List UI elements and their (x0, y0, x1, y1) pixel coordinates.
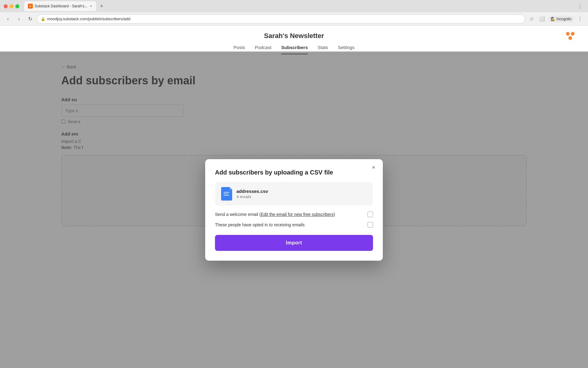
site-title: Sarah's Newsletter (264, 32, 324, 40)
new-tab-button[interactable]: + (97, 2, 106, 11)
close-window-button[interactable] (4, 4, 8, 8)
file-name: addresses.csv (236, 189, 268, 194)
file-preview: addresses.csv 4 emails (215, 182, 373, 205)
minimize-window-button[interactable] (9, 4, 13, 8)
file-meta: 4 emails (236, 194, 268, 199)
bookmark-button[interactable]: ☆ (527, 15, 536, 23)
page-content: Sarah's Newsletter Posts Podcast Subscri… (0, 26, 588, 368)
file-info: addresses.csv 4 emails (236, 189, 268, 199)
browser-menu-button[interactable]: ⋮ (576, 2, 584, 10)
welcome-email-label: Send a welcome email (Edit the email for… (215, 212, 335, 217)
svg-point-0 (566, 32, 570, 36)
svg-rect-4 (224, 192, 230, 193)
incognito-label: Incognito (556, 17, 571, 21)
svg-point-1 (571, 32, 575, 36)
url-text: moodjoy.substack.com/publish/subscribers… (47, 17, 130, 21)
browser-toolbar: ‹ › ↻ 🔒 moodjoy.substack.com/publish/sub… (0, 12, 588, 26)
cast-button[interactable]: ⬜ (538, 15, 546, 23)
svg-rect-5 (224, 194, 228, 194)
reload-button[interactable]: ↻ (26, 15, 34, 23)
tab-favicon: S (28, 4, 33, 9)
back-button[interactable]: ‹ (4, 15, 12, 23)
tab-bar: S Substack Dashboard - Sarah's... × + (24, 1, 573, 11)
tab-close-button[interactable]: × (89, 3, 92, 9)
modal-backdrop: × Add subscribers by uploading a CSV fil… (0, 52, 588, 368)
modal-title: Add subscribers by uploading a CSV file (215, 169, 373, 176)
incognito-badge: 🕵 Incognito (548, 16, 574, 22)
browser-titlebar: S Substack Dashboard - Sarah's... × + ⋮ (0, 0, 588, 12)
maximize-window-button[interactable] (15, 4, 19, 8)
traffic-lights (4, 4, 19, 8)
welcome-email-option: Send a welcome email (Edit the email for… (215, 212, 373, 217)
browser-chrome: S Substack Dashboard - Sarah's... × + ⋮ … (0, 0, 588, 26)
address-bar[interactable]: 🔒 moodjoy.substack.com/publish/subscribe… (37, 14, 525, 24)
toolbar-actions: ☆ ⬜ 🕵 Incognito ⋮ (527, 15, 584, 23)
opted-in-label: These people have opted in to receiving … (215, 222, 305, 227)
edit-welcome-email-link[interactable]: Edit the email for new free subscribers (261, 212, 334, 217)
csv-upload-modal: × Add subscribers by uploading a CSV fil… (205, 159, 383, 261)
modal-close-button[interactable]: × (369, 163, 378, 172)
tab-title-text: Substack Dashboard - Sarah's... (35, 4, 87, 8)
site-nav: Sarah's Newsletter Posts Podcast Subscri… (0, 26, 588, 55)
welcome-email-checkbox[interactable] (368, 212, 373, 217)
active-browser-tab[interactable]: S Substack Dashboard - Sarah's... × (24, 1, 96, 11)
opted-in-option: These people have opted in to receiving … (215, 222, 373, 228)
svg-point-2 (568, 36, 572, 40)
substack-logo (565, 31, 576, 43)
more-button[interactable]: ⋮ (576, 15, 584, 23)
modal-options: Send a welcome email (Edit the email for… (215, 212, 373, 228)
svg-rect-6 (224, 195, 229, 196)
incognito-icon: 🕵 (551, 17, 555, 21)
import-button[interactable]: Import (215, 235, 373, 251)
forward-button[interactable]: › (15, 15, 23, 23)
lock-icon: 🔒 (41, 17, 45, 21)
opted-in-checkbox[interactable] (368, 222, 373, 228)
file-type-icon (221, 187, 232, 201)
